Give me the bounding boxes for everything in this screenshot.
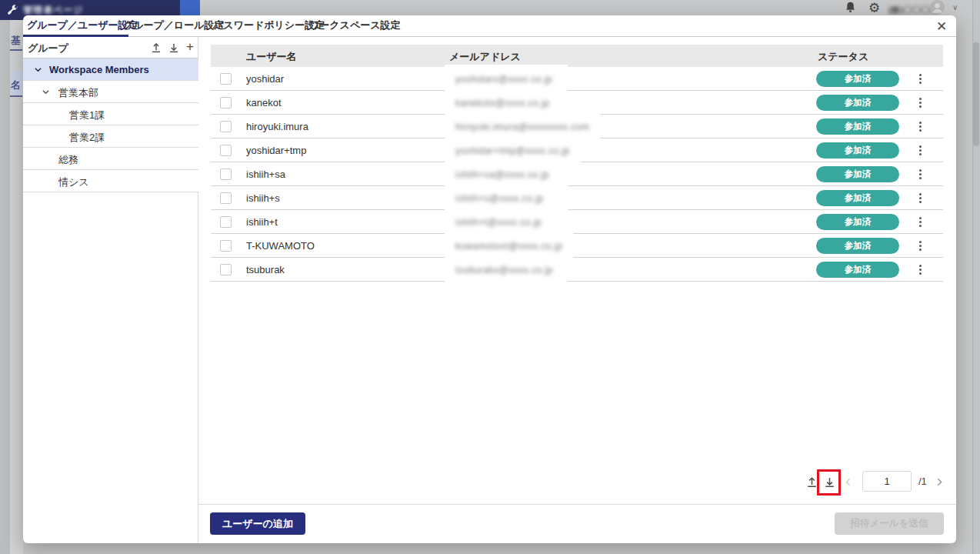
status-badge: 参加済	[816, 166, 899, 182]
username-cell: tsuburak	[246, 258, 285, 282]
status-badge: 参加済	[816, 262, 899, 278]
email-masked-text: ishiih+t@xxxx.co.jp	[455, 217, 542, 228]
row-checkbox[interactable]	[220, 121, 232, 132]
row-menu-kebab-icon[interactable]	[918, 73, 923, 85]
username-cell: kanekot	[246, 91, 282, 115]
username-cell: T-KUWAMOTO	[246, 234, 315, 258]
page-number-input[interactable]	[862, 471, 912, 492]
tree-item-営業本部[interactable]: 営業本部	[23, 81, 198, 103]
email-masked-text: kanekotx@xxxx.co.jp	[455, 98, 549, 108]
email-masked-text: yoshidar+tmp@xxxx.co.jp	[455, 145, 570, 156]
tree-expand-chevron-icon[interactable]	[34, 65, 42, 74]
column-header-status: ステータス	[818, 50, 868, 64]
table-row: kanekotkanekotx@xxxx.co.jp参加済	[211, 91, 943, 115]
upload-icon[interactable]	[150, 42, 162, 54]
column-header-email: メールアドレス	[449, 50, 521, 64]
email-masked-text: hiroyuki.imura@xxxxxxxx.com	[455, 122, 589, 132]
row-menu-kebab-icon[interactable]	[918, 145, 923, 157]
group-sidebar-title: グループ	[28, 42, 68, 55]
plus-icon[interactable]: +	[184, 39, 196, 55]
row-checkbox[interactable]	[220, 73, 232, 85]
row-checkbox[interactable]	[220, 216, 232, 228]
status-badge: 参加済	[816, 238, 899, 254]
status-badge: 参加済	[816, 214, 899, 230]
tab-3[interactable]: ワークスペース設定	[309, 18, 401, 37]
row-menu-kebab-icon[interactable]	[918, 264, 923, 276]
scrollbar-thumb[interactable]	[973, 42, 979, 146]
tree-item-総務[interactable]: 総務	[23, 148, 198, 170]
pagination-next-icon[interactable]	[934, 476, 945, 488]
group-sidebar-header: グループ +	[23, 37, 198, 58]
email-masked-text: kuwamotoxt@xxxx.co.jp	[455, 241, 562, 252]
screen: 管理者ページ 基 名 ⚙ (株)〇〇〇〇 ∨ グループ／ユーザー設定グループ／ロ…	[0, 0, 980, 554]
modal-tab-bar: グループ／ユーザー設定グループ／ロール設定パスワードポリシー設定ワークスペース設…	[23, 15, 956, 37]
tree-item-営業2課[interactable]: 営業2課	[23, 125, 198, 148]
tree-item-label: 総務	[58, 153, 78, 167]
avatar	[930, 0, 945, 15]
username-cell: ishiih+sa	[246, 162, 285, 186]
row-checkbox[interactable]	[220, 169, 232, 180]
table-row: ishiih+tishiih+t@xxxx.co.jp参加済	[211, 210, 943, 234]
page-total-label: /1	[918, 476, 927, 487]
row-menu-kebab-icon[interactable]	[918, 192, 923, 205]
username-cell: hiroyuki.imura	[246, 115, 308, 138]
close-icon[interactable]: ✕	[933, 18, 950, 35]
username-cell: ishiih+t	[246, 210, 278, 234]
table-row: tsuburaktsuburakx@xxxx.co.jp参加済	[211, 258, 943, 282]
row-menu-kebab-icon[interactable]	[918, 97, 923, 109]
group-sidebar: グループ + Workspace Members営業本部営業1課営業2課総務情シ…	[23, 37, 198, 543]
annotation-red-box	[817, 469, 841, 496]
username-cell: yoshidar	[246, 67, 284, 91]
group-user-settings-modal: グループ／ユーザー設定グループ／ロール設定パスワードポリシー設定ワークスペース設…	[23, 15, 956, 543]
username-cell: yoshidar+tmp	[246, 138, 306, 162]
tree-item-label: 営業2課	[69, 131, 105, 145]
tree-item-情シス[interactable]: 情シス	[23, 170, 198, 192]
row-checkbox[interactable]	[220, 192, 232, 204]
bell-icon	[844, 1, 857, 14]
backdrop-glyph-2: 名	[11, 78, 23, 92]
table-row: ishiih+saishiih+sa@xxxx.co.jp参加済	[211, 162, 943, 186]
tree-expand-chevron-icon[interactable]	[42, 88, 50, 96]
tree-item-label: 情シス	[58, 175, 89, 189]
row-menu-kebab-icon[interactable]	[918, 169, 923, 181]
backdrop-left-band	[0, 20, 10, 554]
send-invite-button[interactable]: 招待メールを送信	[835, 512, 944, 535]
tab-2[interactable]: パスワードポリシー設定	[213, 18, 325, 37]
email-masked-text: ishiih+sa@xxxx.co.jp	[455, 169, 549, 180]
status-badge: 参加済	[816, 190, 899, 206]
table-row: yoshidar+tmpyoshidar+tmp@xxxx.co.jp参加済	[211, 138, 943, 162]
status-badge: 参加済	[816, 71, 899, 87]
username-cell: ishiih+s	[246, 186, 280, 210]
row-menu-kebab-icon[interactable]	[918, 216, 923, 229]
status-badge: 参加済	[816, 118, 899, 135]
table-row: ishiih+sishiih+s@xxxx.co.jp参加済	[211, 186, 943, 210]
user-table-panel: ユーザー名 メールアドレス ステータス yoshidaryoshidarx@xx…	[198, 37, 956, 543]
tree-item-label: Workspace Members	[49, 64, 149, 75]
row-checkbox[interactable]	[220, 264, 232, 275]
backdrop-line-2	[10, 95, 22, 97]
table-row: T-KUWAMOTOkuwamotoxt@xxxx.co.jp参加済	[211, 234, 943, 258]
backdrop-left-panel	[10, 20, 23, 554]
pagination-prev-icon[interactable]	[843, 476, 854, 488]
row-menu-kebab-icon[interactable]	[918, 121, 923, 133]
row-checkbox[interactable]	[220, 145, 232, 156]
email-cell-blurred: tsuburakx@xxxx.co.jp	[445, 255, 568, 284]
status-badge: 参加済	[816, 142, 899, 159]
tree-item-label: 営業1課	[69, 108, 105, 122]
row-checkbox[interactable]	[220, 97, 232, 108]
row-menu-kebab-icon[interactable]	[918, 240, 923, 252]
gear-icon: ⚙	[868, 0, 880, 15]
row-checkbox[interactable]	[220, 240, 232, 252]
download-icon[interactable]	[168, 42, 180, 54]
tree-item-Workspace Members[interactable]: Workspace Members	[23, 58, 198, 81]
tab-1[interactable]: グループ／ロール設定	[123, 18, 225, 37]
footer-divider	[198, 504, 956, 505]
table-row: yoshidaryoshidarx@xxxx.co.jp参加済	[211, 67, 943, 91]
chevron-down-icon: ∨	[952, 3, 958, 12]
tree-item-営業1課[interactable]: 営業1課	[23, 103, 198, 125]
email-masked-text: ishiih+s@xxxx.co.jp	[455, 193, 544, 204]
wrench-icon	[7, 4, 18, 15]
column-header-username: ユーザー名	[246, 50, 297, 64]
tree-item-label: 営業本部	[58, 86, 98, 100]
add-user-button[interactable]: ユーザーの追加	[210, 512, 305, 535]
